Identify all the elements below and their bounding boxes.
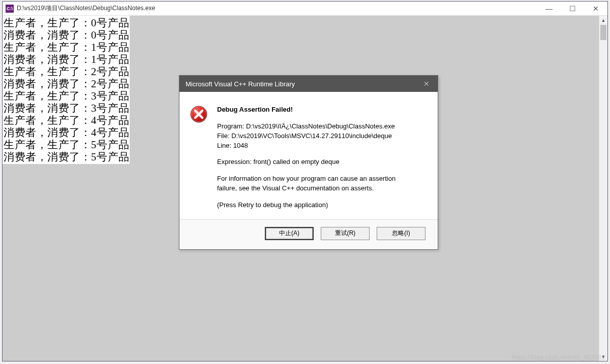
line-line: Line: 1048: [217, 141, 428, 151]
retry-line: (Press Retry to debug the application): [217, 201, 428, 210]
console-line: 生产者，生产了：4号产品: [4, 114, 130, 126]
info-line: For information on how your program can …: [217, 174, 428, 184]
scroll-up-icon[interactable]: ▲: [599, 16, 607, 24]
console-line: 生产者，生产了：2号产品: [4, 65, 130, 78]
console-line: 生产者，生产了：3号产品: [4, 90, 130, 102]
dialog-message: Debug Assertion Failed! Program: D:\vs20…: [217, 105, 428, 210]
dialog-buttons: 中止(A) 重试(R) 忽略(I): [179, 220, 438, 249]
program-line: Program: D:\vs2019\ïîÄ¿\ClassNotes\Debug…: [217, 122, 428, 131]
console-line: 生产者，生产了：1号产品: [4, 41, 130, 53]
console-line: 生产者，生产了：5号产品: [4, 139, 130, 151]
console-line: 消费者，消费了：1号产品: [4, 53, 130, 65]
dialog-titlebar[interactable]: Microsoft Visual C++ Runtime Library ✕: [179, 76, 438, 92]
console-line: 消费者，消费了：4号产品: [4, 126, 130, 139]
error-icon: [190, 105, 208, 210]
maximize-button[interactable]: ☐: [561, 2, 584, 15]
window-controls: — ☐ ✕: [537, 2, 607, 15]
dialog-title: Microsoft Visual C++ Runtime Library: [186, 80, 415, 88]
info-line: failure, see the Visual C++ documentatio…: [217, 184, 428, 193]
abort-button[interactable]: 中止(A): [265, 227, 314, 240]
dialog-heading: Debug Assertion Failed!: [217, 105, 428, 115]
retry-button[interactable]: 重试(R): [321, 227, 370, 240]
assertion-dialog: Microsoft Visual C++ Runtime Library ✕: [179, 75, 438, 250]
file-line: File: D:\vs2019\VC\Tools\MSVC\14.27.2911…: [217, 131, 428, 141]
close-button[interactable]: ✕: [584, 2, 607, 15]
minimize-button[interactable]: —: [537, 2, 561, 15]
titlebar[interactable]: C:\ D:\vs2019\项目\ClassNotes\Debug\ClassN…: [3, 2, 607, 16]
app-icon: C:\: [6, 5, 14, 13]
console-line: 生产者，生产了：0号产品: [4, 17, 130, 29]
ignore-button[interactable]: 忽略(I): [377, 227, 425, 240]
vertical-scrollbar[interactable]: ▲ ▼: [599, 16, 607, 361]
window-title: D:\vs2019\项目\ClassNotes\Debug\ClassNotes…: [17, 4, 537, 13]
console-line: 消费者，消费了：3号产品: [4, 102, 130, 114]
console-line: 消费者，消费了：5号产品: [4, 151, 130, 163]
dialog-body: Debug Assertion Failed! Program: D:\vs20…: [179, 92, 438, 220]
scroll-thumb[interactable]: [600, 25, 606, 40]
expression-line: Expression: front() called on empty dequ…: [217, 157, 428, 167]
console-line: 消费者，消费了：2号产品: [4, 78, 130, 90]
watermark: https://blog.csdn.net/m0_463082: [512, 354, 605, 361]
console-output: 生产者，生产了：0号产品 消费者，消费了：0号产品 生产者，生产了：1号产品 消…: [3, 16, 130, 164]
dialog-close-button[interactable]: ✕: [415, 76, 438, 92]
console-line: 消费者，消费了：0号产品: [4, 29, 130, 41]
